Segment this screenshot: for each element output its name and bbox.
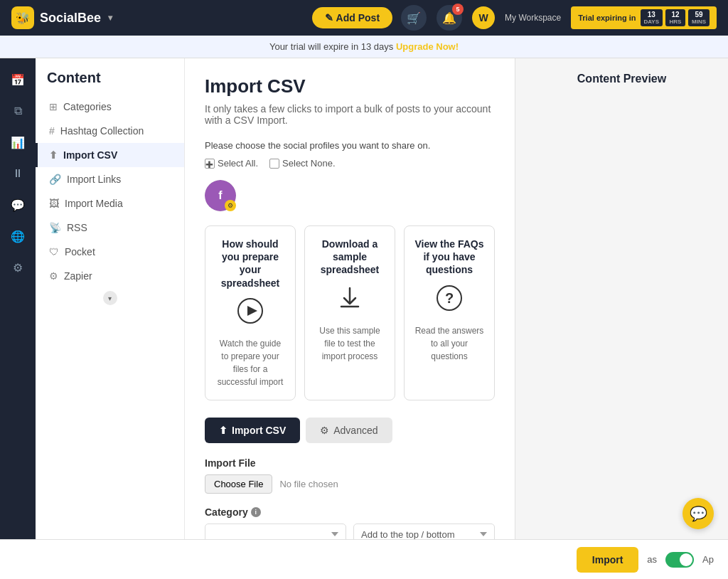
hashtag-icon: # bbox=[49, 125, 55, 137]
card-faq-desc: Read the answers to all your questions bbox=[414, 324, 484, 363]
select-none-checkbox bbox=[269, 159, 279, 169]
svg-text:?: ? bbox=[445, 290, 454, 306]
sidebar-item-import-media[interactable]: 🖼 Import Media bbox=[36, 191, 184, 216]
category-info-icon: i bbox=[251, 507, 261, 517]
page-title: Import CSV bbox=[205, 75, 495, 97]
notification-icon-button[interactable]: 🔔 5 bbox=[437, 5, 462, 31]
categories-icon: ⊞ bbox=[49, 101, 58, 112]
workspace-area: My Workspace bbox=[505, 13, 561, 23]
sidebar-label-import-csv: Import CSV bbox=[63, 149, 117, 161]
import-media-icon: 🖼 bbox=[49, 198, 59, 209]
sidebar-label-zapier: Zapier bbox=[64, 270, 92, 282]
zapier-icon: ⚙ bbox=[49, 270, 58, 282]
icon-sidebar: 📅 ⧉ 📊 ⏸ 💬 🌐 ⚙ bbox=[0, 58, 36, 576]
rss-icon: 📡 bbox=[49, 222, 61, 233]
trial-bar-text: Your trial will expire in 13 days bbox=[269, 41, 393, 52]
preview-title: Content Preview bbox=[527, 73, 717, 85]
select-all-checkbox: ✚ bbox=[205, 159, 215, 169]
workspace-avatar[interactable]: W bbox=[472, 6, 495, 29]
card-faq-title: View the FAQs if you have questions bbox=[414, 238, 484, 277]
sidebar-label-import-links: Import Links bbox=[67, 174, 121, 185]
main-layout: 📅 ⧉ 📊 ⏸ 💬 🌐 ⚙ Content ⊞ Categories # Has… bbox=[0, 58, 728, 576]
card-prepare-title: How should you prepare your spreadsheet bbox=[215, 238, 285, 290]
card-download-desc: Use this sample file to test the import … bbox=[315, 324, 385, 363]
as-label: as bbox=[647, 554, 657, 565]
trial-mins: 59 MINS bbox=[688, 9, 710, 26]
card-download-icon bbox=[315, 285, 385, 316]
card-prepare-desc: Watch the guide to prepare your files fo… bbox=[215, 337, 285, 388]
top-navigation: 🐝 SocialBee ▾ ✎ Add Post 🛒 🔔 5 W My Work… bbox=[0, 0, 728, 36]
file-row: Choose File No file chosen bbox=[205, 474, 495, 494]
icon-sidebar-schedule[interactable]: 📅 bbox=[5, 67, 31, 92]
import-csv-button[interactable]: ⬆ Import CSV bbox=[205, 418, 300, 443]
card-download-title: Download a sample spreadsheet bbox=[315, 238, 385, 277]
icon-sidebar-pause[interactable]: ⏸ bbox=[5, 161, 31, 186]
file-section: Import File Choose File No file chosen bbox=[205, 457, 495, 494]
logo-area[interactable]: 🐝 SocialBee ▾ bbox=[11, 6, 304, 29]
sidebar-item-rss[interactable]: 📡 RSS bbox=[36, 216, 184, 240]
trial-badge: Trial expiring in 13 DAYS 12 HRS 59 MINS bbox=[571, 6, 717, 29]
card-prepare-spreadsheet[interactable]: How should you prepare your spreadsheet … bbox=[205, 225, 296, 400]
page-subtitle: It only takes a few clicks to import a b… bbox=[205, 103, 495, 126]
card-faq-icon: ? bbox=[414, 285, 484, 316]
profile-select-row: ✚ Select All. Select None. bbox=[205, 158, 495, 169]
choose-file-button[interactable]: Choose File bbox=[205, 474, 272, 494]
cart-icon-button[interactable]: 🛒 bbox=[401, 5, 427, 31]
chat-icon: 💬 bbox=[690, 505, 707, 522]
left-sidebar: Content ⊞ Categories # Hashtag Collectio… bbox=[36, 58, 185, 576]
add-post-button[interactable]: ✎ Add Post bbox=[312, 7, 392, 28]
select-all-label: Select All. bbox=[218, 158, 258, 169]
profile-section-label: Please choose the social profiles you wa… bbox=[205, 140, 495, 151]
file-placeholder: No file chosen bbox=[279, 479, 338, 489]
logo-icon: 🐝 bbox=[11, 6, 34, 29]
gear-icon: ⚙ bbox=[320, 425, 329, 436]
card-download-sample[interactable]: Download a sample spreadsheet Use this s… bbox=[304, 225, 395, 400]
import-button[interactable]: Import bbox=[577, 547, 639, 573]
sidebar-item-hashtag-collection[interactable]: # Hashtag Collection bbox=[36, 119, 184, 143]
icon-sidebar-content[interactable]: ⧉ bbox=[5, 98, 31, 124]
profile-avatar-wrap[interactable]: f ⚙ bbox=[205, 180, 236, 211]
svg-marker-3 bbox=[247, 306, 257, 316]
sidebar-label-rss: RSS bbox=[67, 222, 87, 233]
sidebar-item-categories[interactable]: ⊞ Categories bbox=[36, 95, 184, 119]
workspace-label: My Workspace bbox=[505, 13, 561, 23]
file-label: Import File bbox=[205, 457, 495, 469]
trial-days: 13 DAYS bbox=[641, 9, 663, 26]
app-name: SocialBee bbox=[40, 11, 101, 26]
select-all-link[interactable]: ✚ Select All. bbox=[205, 158, 258, 169]
select-none-link[interactable]: Select None. bbox=[269, 158, 335, 169]
action-buttons: ⬆ Import CSV ⚙ Advanced bbox=[205, 418, 495, 443]
select-none-label: Select None. bbox=[282, 158, 335, 169]
import-csv-icon: ⬆ bbox=[49, 149, 58, 161]
toggle-switch[interactable] bbox=[665, 552, 694, 568]
card-view-faqs[interactable]: View the FAQs if you have questions ? Re… bbox=[404, 225, 495, 400]
profile-avatar-settings-icon: ⚙ bbox=[225, 200, 236, 211]
sidebar-item-pocket[interactable]: 🛡 Pocket bbox=[36, 240, 184, 264]
icon-sidebar-chat[interactable]: 💬 bbox=[5, 192, 31, 218]
icon-sidebar-analytics[interactable]: 📊 bbox=[5, 129, 31, 155]
chat-button[interactable]: 💬 bbox=[682, 498, 714, 529]
sidebar-label-hashtag-collection: Hashtag Collection bbox=[60, 125, 144, 137]
trial-time: 13 DAYS 12 HRS 59 MINS bbox=[641, 9, 710, 26]
sidebar-item-zapier[interactable]: ⚙ Zapier bbox=[36, 264, 184, 288]
sidebar-label-categories: Categories bbox=[63, 101, 112, 112]
icon-sidebar-settings[interactable]: ⚙ bbox=[5, 255, 31, 280]
svg-text:f: f bbox=[218, 189, 223, 201]
sidebar-scroll-down[interactable]: ▾ bbox=[103, 291, 117, 305]
trial-expiring-label: Trial expiring in bbox=[578, 14, 636, 22]
content-area: Import CSV It only takes a few clicks to… bbox=[185, 58, 728, 576]
sidebar-item-import-links[interactable]: 🔗 Import Links bbox=[36, 167, 184, 191]
ap-label: Ap bbox=[702, 554, 714, 565]
category-label: Category i bbox=[205, 506, 495, 518]
trial-bar: Your trial will expire in 13 days Upgrad… bbox=[0, 36, 728, 58]
upgrade-now-link[interactable]: Upgrade Now! bbox=[396, 41, 459, 52]
nav-icons: 🛒 🔔 5 W My Workspace Trial expiring in 1… bbox=[401, 5, 717, 31]
advanced-button[interactable]: ⚙ Advanced bbox=[306, 418, 392, 443]
pocket-icon: 🛡 bbox=[49, 246, 59, 257]
sidebar-item-import-csv[interactable]: ⬆ Import CSV bbox=[36, 143, 184, 167]
main-panel: Import CSV It only takes a few clicks to… bbox=[185, 58, 515, 576]
logo-caret: ▾ bbox=[108, 13, 112, 23]
import-links-icon: 🔗 bbox=[49, 174, 61, 185]
icon-sidebar-globe[interactable]: 🌐 bbox=[5, 223, 31, 249]
sidebar-title: Content bbox=[36, 70, 184, 95]
